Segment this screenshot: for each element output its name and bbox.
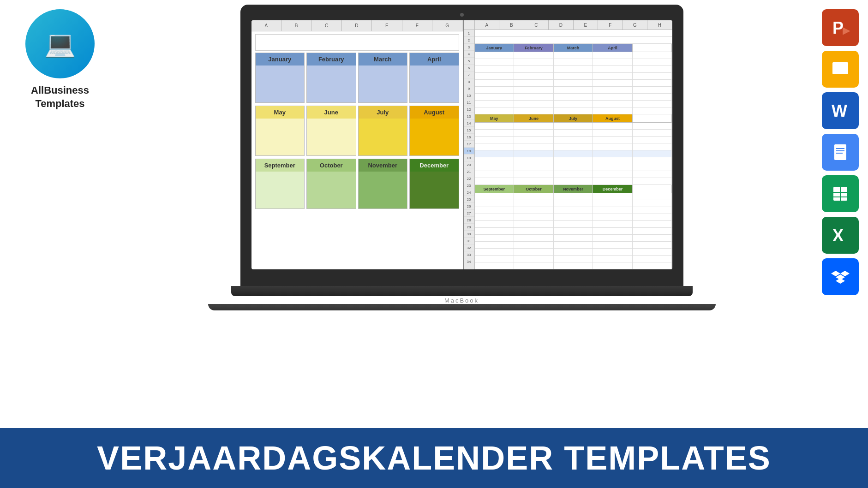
data-grid: January February March April [475,30,672,269]
november-body [359,172,407,208]
right-col-c: C [524,20,549,30]
right-december-header: December [593,185,633,193]
powerpoint-icon[interactable]: P ▶ [822,9,859,46]
data-row-25 [475,200,672,207]
september-body [256,172,305,208]
data-row-9 [475,87,672,94]
august-header: August [410,106,459,119]
excel-icon[interactable]: X [822,217,859,254]
months-grid-fall: September October November December [255,159,459,209]
svg-rect-12 [836,153,843,154]
data-row-10 [475,94,672,101]
svg-text:▶: ▶ [843,25,850,36]
google-docs-icon[interactable] [822,134,859,171]
september-header: September [256,159,305,172]
macbook-body: A B C D E F G January [240,5,683,286]
row-31: 31 [464,238,474,244]
row-32: 32 [464,244,474,251]
macbook-screen: A B C D E F G January [251,20,672,269]
december-header: December [410,159,459,172]
sheet-right-body: 1 2 3 4 5 6 7 8 9 10 11 12 13 14 [464,30,672,269]
row-20: 20 [464,161,474,168]
google-sheets-icon[interactable] [822,175,859,212]
row-11: 11 [464,99,474,106]
bottom-banner: VERJAARDAGSKALENDER TEMPLATES [0,428,868,488]
dropbox-icon[interactable] [822,258,859,295]
data-row-5 [475,59,672,66]
data-row-31 [475,242,672,249]
october-body [307,172,356,208]
right-january-header: January [475,44,515,52]
row-30: 30 [464,231,474,238]
right-february-header: February [514,44,554,52]
data-row-29 [475,228,672,235]
data-row-21 [475,171,672,178]
right-september-header: September [475,185,515,193]
macbook-container: A B C D E F G January [111,5,813,428]
row-12: 12 [464,106,474,113]
row-2: 2 [464,37,474,44]
right-h-header [633,44,672,52]
data-row-32 [475,249,672,256]
row-23: 23 [464,182,474,189]
sheet-left: A B C D E F G January [251,20,464,269]
month-february: February [306,53,356,103]
svg-rect-9 [834,144,846,160]
april-header: April [410,53,459,65]
row-28: 28 [464,217,474,224]
month-december: December [409,159,459,209]
row-9: 9 [464,85,474,92]
calendar-left: January February March April [251,31,463,269]
row-4: 4 [464,51,474,58]
svg-rect-4 [832,62,848,74]
right-june-header: June [514,114,554,123]
row-numbers: 1 2 3 4 5 6 7 8 9 10 11 12 13 14 [464,30,475,269]
data-row-7 [475,73,672,80]
left-sidebar: 💻 AllBusiness Templates [9,9,111,110]
data-row-17 [475,143,672,150]
col-b: B [281,20,311,31]
logo-circle: 💻 [25,9,95,78]
data-row-11 [475,101,672,107]
month-april: April [409,53,459,103]
title-cell [475,30,633,36]
word-icon[interactable]: W [822,92,859,129]
month-july: July [358,106,408,156]
data-row-15 [475,130,672,137]
cell-2 [475,37,633,43]
row-3: 3 [464,44,474,51]
right-july-header: July [554,114,593,123]
right-col-g: G [623,20,648,30]
january-header: January [256,53,305,65]
july-header: July [359,106,407,119]
data-row-27 [475,214,672,221]
data-row-6 [475,66,672,73]
data-row-26 [475,207,672,214]
row-18: 18 [464,148,474,155]
svg-rect-10 [836,148,844,149]
data-row-22 [475,178,672,185]
month-november: November [358,159,408,209]
july-body [359,119,407,155]
data-row-34 [475,262,672,269]
row-24: 24 [464,189,474,196]
month-october: October [306,159,356,209]
row-33: 33 [464,251,474,258]
may-header: May [256,106,305,119]
data-row-28 [475,221,672,228]
row-21: 21 [464,168,474,175]
row-15: 15 [464,127,474,134]
right-col-f: F [598,20,623,30]
svg-text:P: P [832,18,844,37]
sheet-right: A B C D E F G H 1 2 3 4 [464,20,672,269]
february-body [307,65,356,102]
data-row-12 [475,107,672,114]
google-slides-icon[interactable] [822,51,859,88]
row-34: 34 [464,258,474,265]
data-row-20 [475,164,672,171]
data-row-24 [475,193,672,200]
right-col-a: A [475,20,500,30]
june-body [307,119,356,155]
row-19: 19 [464,155,474,161]
august-body [410,119,459,155]
